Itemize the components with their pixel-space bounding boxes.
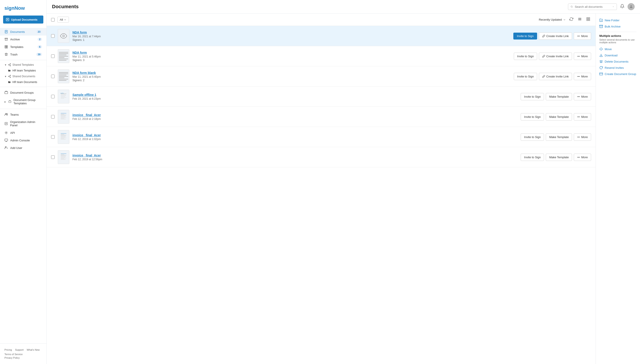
row-checkbox[interactable] bbox=[51, 74, 55, 78]
row-checkbox[interactable] bbox=[51, 34, 55, 38]
doc-name[interactable]: Sample offline 1 bbox=[72, 93, 518, 96]
invite-to-sign-button[interactable]: Invite to Sign bbox=[513, 33, 537, 40]
create-invite-link-button[interactable]: Create Invite Link bbox=[539, 52, 572, 60]
more-button[interactable]: More bbox=[574, 32, 591, 40]
make-template-button[interactable]: Make Template bbox=[546, 134, 572, 141]
row-checkbox[interactable] bbox=[51, 95, 55, 98]
more-button[interactable]: More bbox=[574, 154, 591, 161]
make-template-button[interactable]: Make Template bbox=[546, 93, 572, 100]
more-button[interactable]: More bbox=[574, 93, 591, 100]
svg-rect-86 bbox=[61, 154, 64, 155]
sidebar-item-documents[interactable]: Documents 23 bbox=[0, 28, 47, 36]
move-action[interactable]: Move bbox=[599, 46, 636, 52]
make-template-button[interactable]: Make Template bbox=[546, 154, 572, 161]
sidebar-shared-documents[interactable]: ▼ Shared Documents bbox=[0, 74, 47, 79]
pricing-link[interactable]: Pricing bbox=[5, 348, 12, 351]
svg-rect-72 bbox=[61, 133, 66, 134]
invite-sign-outline-button[interactable]: Invite to Sign bbox=[521, 154, 544, 161]
more-button[interactable]: More bbox=[574, 113, 591, 120]
invite-sign-outline-button[interactable]: Invite to Sign bbox=[514, 52, 537, 60]
doc-thumbnail bbox=[58, 150, 69, 164]
svg-rect-67 bbox=[61, 119, 66, 120]
sidebar-item-document-groups[interactable]: Document Groups bbox=[0, 89, 47, 96]
more-button[interactable]: More bbox=[574, 52, 591, 60]
svg-rect-90 bbox=[61, 157, 65, 158]
search-box[interactable] bbox=[568, 4, 617, 10]
doc-actions: Invite to SignMake TemplateMore bbox=[521, 93, 591, 100]
sidebar-hr-team-documents[interactable]: HR team Documents bbox=[0, 79, 47, 85]
filter-button[interactable]: All bbox=[57, 17, 69, 23]
bulk-archive-action[interactable]: Bulk Archive bbox=[599, 23, 636, 30]
delete-icon bbox=[599, 60, 603, 63]
row-checkbox[interactable] bbox=[51, 155, 55, 159]
invoice-thumb bbox=[60, 153, 67, 162]
sidebar-item-trash[interactable]: Trash 39 bbox=[0, 50, 47, 58]
ellipsis-icon bbox=[577, 75, 580, 78]
user-avatar[interactable] bbox=[627, 3, 635, 10]
invite-sign-outline-button[interactable]: Invite to Sign bbox=[521, 134, 544, 141]
ellipsis-icon bbox=[577, 156, 580, 159]
sidebar-item-templates[interactable]: Templates 6 bbox=[0, 43, 47, 50]
row-checkbox[interactable] bbox=[51, 135, 55, 139]
table-row: NDA form Mar 16, 2021 at 7:44pm Signers:… bbox=[47, 26, 595, 46]
sort-selector[interactable]: Recently Updated bbox=[539, 18, 566, 21]
row-checkbox[interactable] bbox=[51, 54, 55, 58]
doc-name[interactable]: NDA form bbox=[72, 31, 510, 34]
footer-links2: Terms of Service Privacy Policy bbox=[5, 353, 42, 359]
svg-point-12 bbox=[9, 76, 9, 77]
sidebar-item-api[interactable]: API bbox=[0, 129, 47, 136]
svg-rect-85 bbox=[61, 153, 66, 154]
columns-button[interactable] bbox=[577, 16, 583, 23]
create-invite-link-button[interactable]: Create Invite Link bbox=[539, 32, 572, 40]
table-row: invoice_ final_Acer Feb 12, 2019 at 1:02… bbox=[47, 127, 595, 147]
download-action[interactable]: Download bbox=[599, 52, 636, 58]
svg-rect-2 bbox=[5, 46, 6, 46]
avatar-icon bbox=[629, 5, 633, 9]
upload-documents-button[interactable]: Upload Documents bbox=[3, 16, 43, 24]
sidebar-item-org-admin[interactable]: Organization Admin Panel bbox=[0, 118, 47, 129]
app-logo: signNow bbox=[0, 4, 47, 16]
invite-sign-outline-button[interactable]: Invite to Sign bbox=[521, 113, 544, 120]
header-right bbox=[568, 3, 635, 10]
svg-point-7 bbox=[9, 64, 9, 65]
svg-point-13 bbox=[10, 77, 11, 78]
sidebar-item-doc-group-templates[interactable]: ▶ Document Group Templates bbox=[0, 96, 47, 107]
delete-documents-action[interactable]: Delete Documents bbox=[599, 58, 636, 64]
invite-sign-outline-button[interactable]: Invite to Sign bbox=[521, 93, 544, 100]
doc-info: NDA form Mar 16, 2021 at 7:44pm Signers:… bbox=[72, 31, 510, 42]
sidebar-hr-team-templates[interactable]: HR team Templates bbox=[0, 68, 47, 74]
make-template-button[interactable]: Make Template bbox=[546, 113, 572, 120]
preview-thumb: signNow bbox=[60, 92, 67, 101]
sidebar-item-archive[interactable]: Archive 2 bbox=[0, 36, 47, 43]
refresh-button[interactable] bbox=[568, 16, 574, 23]
invite-sign-outline-button[interactable]: Invite to Sign bbox=[514, 73, 537, 80]
sidebar-shared-templates[interactable]: ▼ Shared Templates bbox=[0, 62, 47, 68]
doc-name[interactable]: NDA form blank bbox=[72, 71, 511, 74]
create-invite-link-button[interactable]: Create Invite Link bbox=[539, 73, 572, 80]
doc-name[interactable]: invoice_ final_Acer bbox=[72, 113, 518, 117]
more-button[interactable]: More bbox=[574, 134, 591, 141]
row-checkbox[interactable] bbox=[51, 115, 55, 118]
support-link[interactable]: Support bbox=[15, 348, 24, 351]
notifications-icon[interactable] bbox=[620, 4, 624, 10]
more-button[interactable]: More bbox=[574, 73, 591, 80]
select-all-checkbox[interactable] bbox=[51, 18, 55, 22]
sidebar-item-admin-console[interactable]: Admin Console bbox=[0, 136, 47, 144]
svg-point-23 bbox=[5, 146, 6, 148]
new-folder-action[interactable]: New Folder bbox=[599, 17, 636, 23]
table-row: NDA form Mar 11, 2021 at 5:46pm Signers:… bbox=[47, 46, 595, 66]
archive-icon bbox=[5, 38, 8, 41]
create-doc-group-action[interactable]: Create Document Group bbox=[599, 71, 636, 77]
doc-thumbnail bbox=[58, 110, 69, 124]
whats-new-link[interactable]: What's New bbox=[27, 348, 40, 351]
doc-name[interactable]: invoice_ final_Acer bbox=[72, 134, 518, 137]
resend-invites-action[interactable]: Resend Invites bbox=[599, 64, 636, 71]
tos-link[interactable]: Terms of Service bbox=[5, 353, 23, 356]
sidebar-item-add-user[interactable]: Add User bbox=[0, 144, 47, 152]
privacy-link[interactable]: Privacy Policy bbox=[5, 356, 20, 359]
doc-name[interactable]: NDA form bbox=[72, 51, 511, 54]
search-input[interactable] bbox=[575, 5, 610, 8]
doc-name[interactable]: invoice_ final_Acer bbox=[72, 154, 518, 157]
view-toggle-button[interactable] bbox=[585, 16, 591, 23]
sidebar-item-teams[interactable]: Teams bbox=[0, 111, 47, 118]
